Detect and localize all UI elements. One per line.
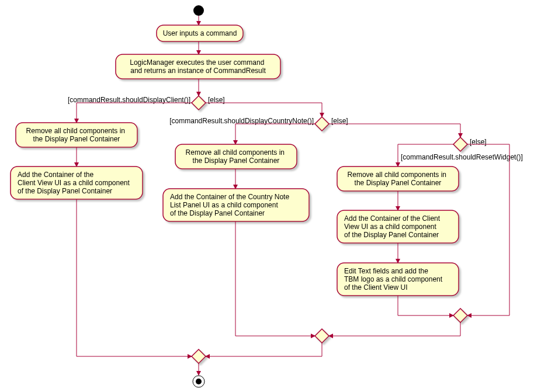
- merge-d3: [453, 308, 467, 322]
- svg-point-10: [196, 379, 202, 384]
- decision-should-display-countrynote: [315, 117, 329, 131]
- activity-label: Add the Container of the Client View UI …: [344, 214, 442, 239]
- decision-should-reset-widget: [453, 137, 467, 151]
- guard-label: [else]: [470, 138, 487, 146]
- guard-label: [commandResult.shouldResetWidget()]: [401, 153, 523, 161]
- merge-d1: [192, 349, 206, 363]
- decision-should-display-client: [192, 96, 206, 110]
- merge-d2: [315, 329, 329, 343]
- activity-label: LogicManager executes the user command a…: [130, 58, 266, 75]
- activity-label: Remove all child components in the Displ…: [348, 171, 449, 187]
- start-node: [193, 5, 204, 16]
- activity-label: User inputs a command: [163, 29, 237, 37]
- activity-label: Remove all child components in the Displ…: [186, 148, 287, 165]
- activity-label: Remove all child components in the Displ…: [26, 127, 127, 143]
